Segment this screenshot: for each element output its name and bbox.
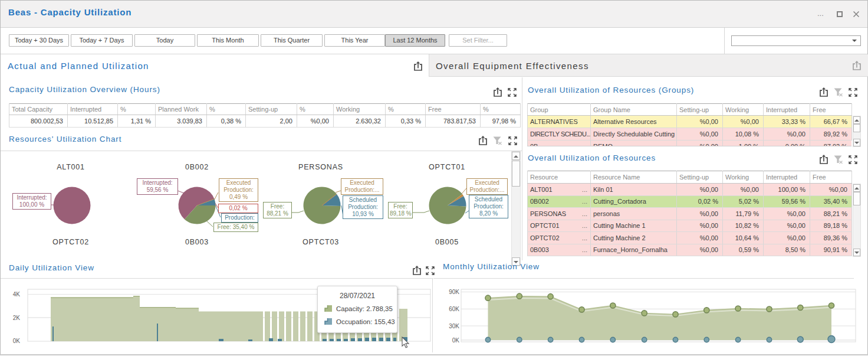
svg-text:30K: 30K [449,323,459,329]
svg-text:90K: 90K [449,289,459,295]
svg-text:60K: 60K [449,306,459,312]
svg-text:2K: 2K [13,315,21,321]
svg-text:4K: 4K [13,291,21,298]
svg-text:0K: 0K [13,338,21,344]
svg-text:0K: 0K [452,337,460,344]
